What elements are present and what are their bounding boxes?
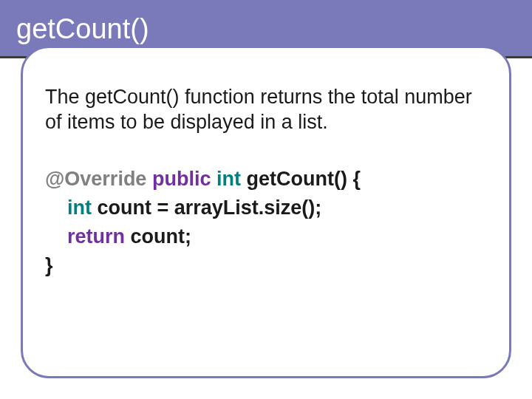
page-title: getCount() [16,13,149,45]
code-rest-3: count; [125,225,191,248]
code-brace: } [45,254,53,276]
content-box: The getCount() function returns the tota… [21,46,511,378]
code-line-4: } [45,251,487,280]
code-line-2: int count = arrayList.size(); [45,194,487,222]
code-block: @Override public int getCount() { int co… [45,165,487,281]
annotation-token: @Override [45,168,146,190]
code-line-3: return count; [45,222,487,251]
code-rest-1: getCount() { [241,168,361,190]
description-text: The getCount() function returns the tota… [45,85,487,135]
code-rest-2: count = arrayList.size(); [92,197,321,219]
keyword-public: public [152,168,211,190]
keyword-int-2: int [67,197,92,219]
keyword-return: return [67,225,125,248]
code-line-1: @Override public int getCount() { [45,165,487,194]
keyword-int: int [216,168,241,190]
